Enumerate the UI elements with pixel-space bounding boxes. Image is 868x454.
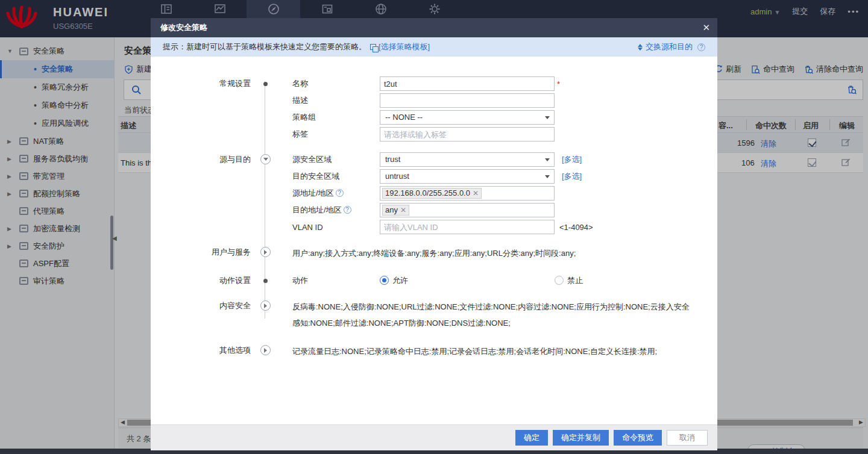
destination-address-input[interactable]: any ✕ bbox=[380, 203, 555, 217]
section-dot-icon bbox=[263, 279, 268, 283]
other-options-summary: 记录流量日志:NONE;记录策略命中日志:禁用;记录会话日志:禁用;会话老化时间… bbox=[292, 343, 690, 359]
section-general: 常规设置 bbox=[151, 76, 265, 91]
dialog-title: 修改安全策略 bbox=[160, 22, 207, 33]
section-user-service: 用户与服务 bbox=[151, 245, 265, 260]
destination-address-label: 目的地址/地区? bbox=[292, 205, 380, 216]
modify-security-policy-dialog: 修改安全策略 ✕ 提示：新建时可以基于策略模板来快速定义您需要的策略。 [选择策… bbox=[151, 18, 717, 450]
user-service-summary: 用户:any;接入方式:any;终端设备:any;服务:any;应用:any;U… bbox=[292, 245, 690, 261]
source-zone-multi-select-link[interactable]: [多选] bbox=[562, 154, 582, 165]
hint-text: 提示：新建时可以基于策略模板来快速定义您需要的策略。 bbox=[163, 42, 366, 52]
command-preview-button[interactable]: 命令预览 bbox=[614, 430, 662, 446]
source-zone-label: 源安全区域 bbox=[292, 154, 380, 165]
address-chip: 192.168.0.0/255.255.0.0 ✕ bbox=[382, 188, 482, 199]
template-icon bbox=[370, 44, 376, 50]
destination-zone-multi-select-link[interactable]: [多选] bbox=[562, 171, 582, 182]
cancel-button[interactable]: 取消 bbox=[667, 430, 708, 446]
section-source-destination: 源与目的 bbox=[151, 152, 265, 167]
section-dot-icon bbox=[263, 82, 268, 86]
chevron-down-icon bbox=[545, 158, 550, 161]
chevron-down-icon bbox=[545, 175, 550, 178]
tag-input[interactable] bbox=[380, 127, 555, 141]
vlan-id-label: VLAN ID bbox=[292, 223, 380, 232]
expand-section-icon[interactable] bbox=[260, 345, 271, 355]
radio-unselected-icon[interactable] bbox=[555, 276, 564, 285]
required-asterisk: * bbox=[557, 79, 560, 89]
dialog-body: 常规设置 名称 * 描述 策略组 bbox=[151, 57, 717, 424]
screen: HUAWEI USG6305E bbox=[0, 0, 868, 454]
select-policy-template-link[interactable]: [选择策略模板] bbox=[370, 42, 430, 52]
expand-section-icon[interactable] bbox=[260, 247, 271, 257]
destination-zone-select[interactable]: untrust bbox=[380, 169, 555, 184]
vlan-id-input[interactable] bbox=[380, 220, 555, 234]
address-chip: any ✕ bbox=[382, 205, 409, 216]
tag-label: 标签 bbox=[292, 129, 380, 140]
action-deny-option[interactable]: 禁止 bbox=[555, 275, 583, 286]
swap-arrows-icon bbox=[638, 44, 643, 51]
name-label: 名称 bbox=[292, 78, 380, 89]
help-icon[interactable]: ? bbox=[697, 43, 705, 51]
dialog-hint-bar: 提示：新建时可以基于策略模板来快速定义您需要的策略。 [选择策略模板] 交换源和… bbox=[151, 37, 717, 57]
content-security-summary: 反病毒:NONE;入侵防御:NONE;URL过滤:NONE;文件过滤:NONE;… bbox=[292, 299, 690, 331]
section-content-security: 内容安全 bbox=[151, 299, 265, 313]
expand-section-icon[interactable] bbox=[260, 300, 271, 311]
remove-chip-icon[interactable]: ✕ bbox=[400, 205, 406, 215]
destination-zone-label: 目的安全区域 bbox=[292, 171, 380, 182]
ok-and-copy-button[interactable]: 确定并复制 bbox=[553, 430, 609, 446]
collapse-section-icon[interactable] bbox=[260, 154, 271, 164]
description-label: 描述 bbox=[292, 95, 380, 106]
source-address-label: 源地址/地区? bbox=[292, 188, 380, 199]
action-allow-option[interactable]: 允许 bbox=[380, 275, 555, 286]
section-action: 动作设置 bbox=[151, 273, 265, 288]
help-icon[interactable]: ? bbox=[336, 189, 344, 197]
close-icon[interactable]: ✕ bbox=[702, 22, 710, 33]
action-label: 动作 bbox=[292, 275, 380, 286]
source-address-input[interactable]: 192.168.0.0/255.255.0.0 ✕ bbox=[380, 186, 555, 201]
description-input[interactable] bbox=[380, 93, 555, 108]
chevron-down-icon bbox=[545, 116, 550, 119]
section-other-options: 其他选项 bbox=[151, 343, 265, 358]
dialog-titlebar: 修改安全策略 ✕ bbox=[151, 18, 717, 37]
help-icon[interactable]: ? bbox=[344, 206, 351, 214]
policy-group-select[interactable]: -- NONE -- bbox=[380, 110, 555, 125]
policy-group-label: 策略组 bbox=[292, 112, 380, 123]
ok-button[interactable]: 确定 bbox=[515, 430, 548, 446]
remove-chip-icon[interactable]: ✕ bbox=[473, 188, 479, 198]
name-input[interactable] bbox=[380, 76, 555, 91]
source-zone-select[interactable]: trust bbox=[380, 152, 555, 167]
swap-source-destination-link[interactable]: 交换源和目的 ? bbox=[638, 42, 705, 52]
vlan-range-hint: <1-4094> bbox=[559, 223, 593, 232]
radio-selected-icon[interactable] bbox=[380, 276, 389, 285]
dialog-footer: 确定 确定并复制 命令预览 取消 bbox=[151, 424, 717, 450]
